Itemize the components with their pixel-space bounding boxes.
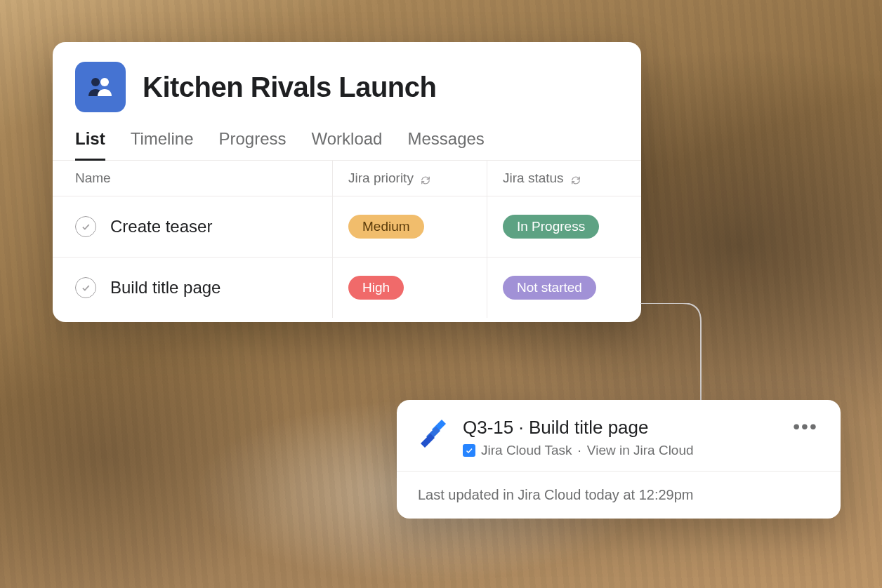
svg-point-1 (100, 78, 109, 86)
task-name: Build title page (110, 278, 220, 298)
priority-pill[interactable]: High (348, 276, 404, 300)
complete-toggle[interactable] (75, 216, 96, 237)
tab-messages[interactable]: Messages (407, 129, 484, 160)
status-pill[interactable]: In Progress (503, 215, 599, 239)
table-header-row: Name Jira priority Jira status (53, 161, 641, 196)
sync-icon (421, 173, 430, 183)
project-card: Kitchen Rivals Launch List Timeline Prog… (53, 42, 641, 322)
more-actions-button[interactable]: ••• (791, 417, 820, 436)
tab-workload[interactable]: Workload (312, 129, 383, 160)
tab-progress[interactable]: Progress (218, 129, 286, 160)
jira-task-icon (463, 444, 475, 457)
sync-icon (571, 173, 581, 183)
jira-icon (418, 417, 449, 448)
task-name: Create teaser (110, 217, 212, 236)
tabs: List Timeline Progress Workload Messages (53, 123, 641, 161)
detail-subtitle: Jira Cloud Task View in Jira Cloud (463, 443, 777, 458)
column-header-name[interactable]: Name (53, 161, 332, 196)
column-header-status[interactable]: Jira status (487, 161, 641, 196)
project-icon (75, 62, 126, 112)
task-table: Name Jira priority Jira status Create te… (53, 161, 641, 318)
table-row[interactable]: Create teaser Medium In Progress (53, 196, 641, 257)
tab-timeline[interactable]: Timeline (131, 129, 194, 160)
column-header-priority[interactable]: Jira priority (332, 161, 487, 196)
detail-type: Jira Cloud Task (481, 443, 572, 458)
tab-list[interactable]: List (75, 129, 105, 161)
detail-title: Q3-15 · Build title page (463, 417, 777, 439)
complete-toggle[interactable] (75, 277, 96, 298)
people-icon (86, 72, 115, 102)
jira-detail-card: Q3-15 · Build title page Jira Cloud Task… (397, 400, 841, 519)
table-row[interactable]: Build title page High Not started (53, 257, 641, 318)
priority-pill[interactable]: Medium (348, 215, 424, 239)
status-pill[interactable]: Not started (503, 276, 596, 300)
detail-footer: Last updated in Jira Cloud today at 12:2… (397, 471, 841, 519)
project-header: Kitchen Rivals Launch (53, 42, 641, 123)
view-in-jira-link[interactable]: View in Jira Cloud (587, 443, 694, 458)
project-title: Kitchen Rivals Launch (143, 72, 436, 103)
svg-point-0 (91, 78, 100, 86)
